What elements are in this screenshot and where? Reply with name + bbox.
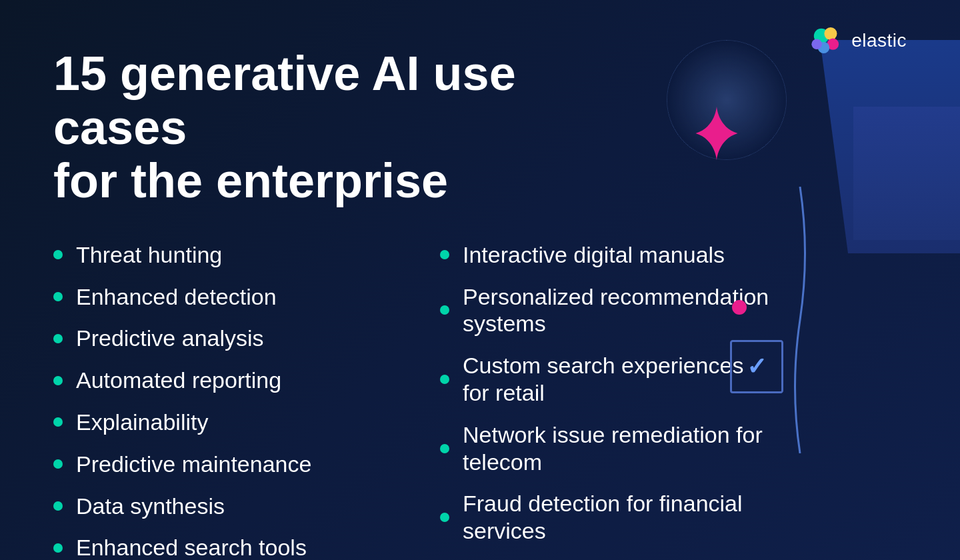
- list-item: Predictive maintenance: [53, 451, 387, 478]
- title-line1: 15 generative AI use cases: [53, 47, 516, 154]
- bullet-dot: [440, 375, 449, 384]
- bullet-dot: [440, 250, 449, 259]
- left-item-2: Enhanced detection: [76, 283, 277, 311]
- left-item-7: Data synthesis: [76, 493, 225, 520]
- bullet-dot: [53, 543, 63, 553]
- bullet-dot: [440, 513, 449, 522]
- list-item: Personalized recommendation systems: [440, 283, 773, 338]
- bullet-dot: [440, 305, 449, 315]
- list-item: Enhanced detection: [53, 283, 387, 311]
- bullet-dot: [53, 250, 63, 259]
- svg-point-1: [825, 27, 837, 40]
- right-item-3: Custom search experiences for retail: [463, 352, 773, 407]
- elastic-logo-icon: [809, 23, 843, 58]
- deco-rect-blue2: [853, 107, 960, 240]
- left-item-3: Predictive analysis: [76, 325, 264, 352]
- deco-check-mark: ✓: [747, 353, 767, 381]
- list-item: Interactive digital manuals: [440, 241, 773, 269]
- deco-pink-dot: [732, 300, 747, 315]
- deco-curve: [780, 187, 820, 453]
- list-item: Threat hunting: [53, 241, 387, 269]
- right-item-5: Fraud detection for financial services: [463, 490, 773, 545]
- list-item: Explainability: [53, 409, 387, 436]
- left-column: Threat hunting Enhanced detection Predic…: [53, 241, 387, 560]
- page-container: ✓ elastic 15 generative AI use cases for…: [0, 0, 960, 560]
- lists-container: Threat hunting Enhanced detection Predic…: [53, 241, 907, 560]
- right-item-4: Network issue remediation for telecom: [463, 421, 773, 476]
- list-item: Custom search experiences for retail: [440, 352, 773, 407]
- left-item-1: Threat hunting: [76, 241, 222, 269]
- left-item-4: Automated reporting: [76, 367, 281, 394]
- list-item: Data synthesis: [53, 493, 387, 520]
- title-line2: for the enterprise: [53, 154, 448, 207]
- svg-point-4: [811, 39, 822, 49]
- bullet-dot: [53, 459, 63, 469]
- right-item-2: Personalized recommendation systems: [463, 283, 773, 338]
- bullet-dot: [53, 292, 63, 301]
- deco-check-box: ✓: [730, 340, 783, 393]
- list-item: Network issue remediation for telecom: [440, 421, 773, 476]
- bullet-dot: [53, 501, 63, 511]
- left-item-5: Explainability: [76, 409, 208, 436]
- page-title: 15 generative AI use cases for the enter…: [53, 47, 520, 208]
- logo-text: elastic: [851, 30, 907, 51]
- logo-area: elastic: [809, 23, 907, 58]
- bullet-dot: [53, 334, 63, 343]
- list-item: Fraud detection for financial services: [440, 490, 773, 545]
- bullet-dot: [440, 444, 449, 453]
- list-item: Predictive analysis: [53, 325, 387, 352]
- right-item-1: Interactive digital manuals: [463, 241, 725, 269]
- list-item: Enhanced search tools: [53, 534, 387, 560]
- bullet-dot: [53, 417, 63, 427]
- list-item: Automated reporting: [53, 367, 387, 394]
- deco-star: [687, 103, 747, 163]
- left-item-8: Enhanced search tools: [76, 534, 307, 560]
- left-item-6: Predictive maintenance: [76, 451, 311, 478]
- bullet-dot: [53, 376, 63, 385]
- right-column: Interactive digital manuals Personalized…: [440, 241, 773, 560]
